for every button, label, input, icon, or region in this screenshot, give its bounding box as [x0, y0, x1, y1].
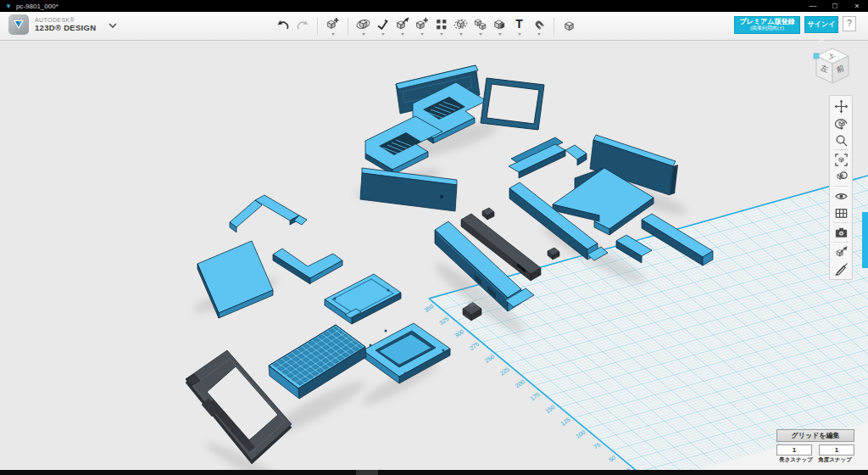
menu-chevron-icon[interactable] — [108, 17, 118, 32]
viewport-3d[interactable]: 350325300275250225200175150125100755025 — [0, 0, 868, 475]
premium-sublabel: (商業利用向け) — [737, 25, 798, 31]
grid-axis-label: 325 — [438, 316, 450, 326]
app-window: 350325300275250225200175150125100755025 — [0, 0, 868, 475]
viewcube-corner-highlight[interactable] — [814, 53, 819, 59]
signin-button[interactable]: サインイン — [804, 16, 838, 33]
grid-axis-label: 275 — [469, 341, 481, 351]
right-edge-indicator[interactable] — [862, 212, 868, 268]
redo-button[interactable] — [292, 14, 312, 38]
toolbar-separator — [833, 222, 849, 223]
maximize-button[interactable]: □ — [824, 0, 846, 12]
toolbar-separator — [317, 18, 318, 35]
fit-view-button[interactable] — [831, 151, 851, 168]
tool-transform[interactable] — [323, 14, 342, 38]
screenshot-button[interactable] — [831, 224, 851, 241]
taskbar-edge — [0, 470, 868, 475]
toolbar-separator — [833, 149, 849, 150]
part-keyboard-tray[interactable] — [325, 274, 401, 324]
display-settings-button[interactable] — [831, 204, 851, 221]
app-menu[interactable]: AUTODESK® 123D® DESIGN — [8, 14, 118, 35]
navigation-toolbar — [829, 95, 853, 280]
help-button[interactable]: ? — [843, 16, 856, 31]
brand-line1: AUTODESK® — [35, 17, 96, 23]
part-front-panel[interactable] — [360, 168, 457, 211]
premium-label: プレミアム版登録 — [737, 18, 798, 25]
tool-combine[interactable] — [470, 14, 490, 38]
grid-axis-label: 200 — [514, 378, 526, 388]
part-knob-2[interactable] — [548, 248, 559, 260]
grid-axis-label: 175 — [529, 391, 541, 401]
grid-axis-label: 250 — [484, 353, 496, 363]
autodesk-logo-icon — [8, 14, 29, 35]
part-bracket-1[interactable] — [230, 195, 307, 232]
grid-axis-label: 300 — [453, 328, 465, 338]
pan-button[interactable] — [831, 98, 851, 115]
tool-snap[interactable] — [529, 14, 548, 38]
angle-snap-label: 角度スナップ — [815, 456, 854, 464]
part-knob-1[interactable] — [482, 208, 494, 220]
taskbar-edge-segment — [356, 470, 378, 475]
orbit-button[interactable] — [831, 115, 851, 131]
grid-snap-panel: グリッドを編集 長さスナップ 角度スナップ — [776, 429, 854, 464]
minimize-button[interactable]: — — [802, 0, 824, 12]
hide-show-button[interactable] — [831, 187, 851, 204]
close-button[interactable]: × — [846, 0, 868, 12]
view-mode-button[interactable] — [831, 168, 851, 185]
edit-grid-button[interactable]: グリッドを編集 — [776, 429, 854, 442]
toolbar-separator — [833, 186, 849, 187]
tool-text[interactable]: T — [509, 14, 529, 38]
premium-register-button[interactable]: プレミアム版登録 (商業利用向け) — [734, 16, 800, 34]
toolbar-separator — [554, 18, 554, 35]
tool-view-materials[interactable] — [559, 14, 579, 38]
svg-text:T: T — [515, 17, 523, 31]
angle-snap-input[interactable] — [819, 444, 854, 455]
grid-axis-label: 75 — [593, 441, 601, 450]
undo-button[interactable] — [273, 14, 292, 38]
tool-material[interactable] — [490, 14, 509, 38]
part-keyboard-case[interactable] — [363, 323, 450, 383]
main-tools: T — [273, 12, 579, 40]
window-titlebar: ▼ pc-9801_000* — □ × — [0, 0, 868, 12]
view-cube[interactable]: 上 左 前 — [810, 44, 855, 93]
hide-sketches-button[interactable] — [831, 260, 851, 277]
zoom-button[interactable] — [831, 131, 851, 148]
edit-materials-button[interactable] — [831, 243, 851, 260]
grid-axis-label: 100 — [575, 429, 587, 439]
toolbar-separator — [833, 242, 849, 243]
grid-axis-label: 150 — [544, 404, 556, 414]
length-snap-label: 長さスナップ — [776, 456, 815, 464]
length-snap-input[interactable] — [776, 444, 812, 455]
grid-axis-label: 350 — [423, 303, 435, 313]
part-corner-rail[interactable] — [509, 137, 587, 178]
grid-axis-label: 50 — [608, 454, 616, 462]
app-toolbar: AUTODESK® 123D® DESIGN — [0, 12, 868, 41]
grid-axis-label: 225 — [498, 366, 510, 376]
part-bezel-frame[interactable] — [481, 78, 544, 130]
toolbar-separator — [348, 18, 348, 35]
app-logo-icon: ▼ — [5, 3, 12, 10]
tool-grouping[interactable] — [451, 14, 470, 38]
part-bracket-2[interactable] — [273, 249, 342, 284]
grid-axis-label: 125 — [559, 416, 571, 427]
tool-pattern[interactable] — [431, 14, 451, 38]
tool-sketch[interactable] — [373, 14, 392, 38]
brand-line2: 123D® DESIGN — [35, 23, 96, 32]
tool-primitives[interactable] — [353, 14, 373, 38]
tool-construct[interactable] — [392, 14, 412, 38]
tool-modify[interactable] — [412, 14, 431, 38]
window-title: pc-9801_000* — [16, 3, 58, 10]
